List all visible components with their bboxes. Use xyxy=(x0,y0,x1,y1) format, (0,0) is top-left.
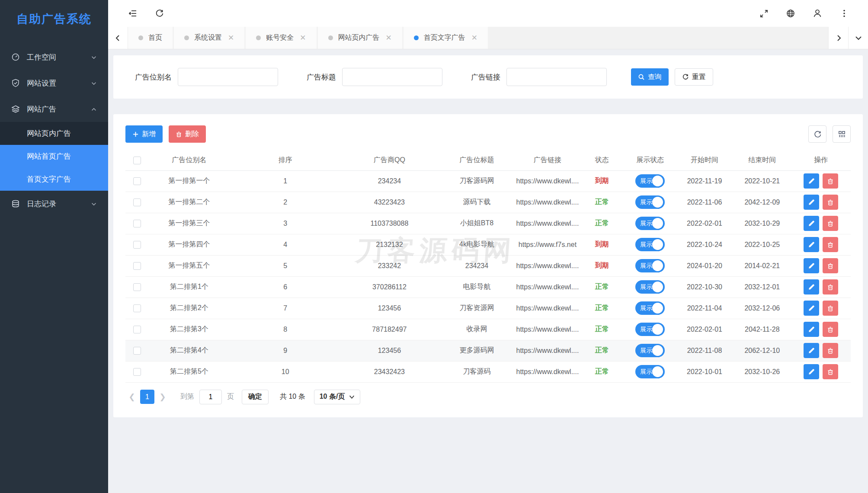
row-checkbox[interactable] xyxy=(133,241,141,249)
edit-row-button[interactable] xyxy=(804,364,819,379)
sidebar-subitem[interactable]: 网站页内广告 xyxy=(0,122,108,145)
delete-row-button[interactable] xyxy=(823,173,838,189)
tab-close-icon[interactable]: ✕ xyxy=(471,33,477,42)
reset-button[interactable]: 重置 xyxy=(675,68,713,86)
delete-row-button[interactable] xyxy=(823,322,838,337)
query-button[interactable]: 查询 xyxy=(631,68,669,86)
alias-label: 广告位别名 xyxy=(135,72,172,82)
delete-row-button[interactable] xyxy=(823,364,838,379)
edit-row-button[interactable] xyxy=(804,322,819,337)
refresh-page-icon[interactable] xyxy=(155,9,164,18)
start-date-cell: 2022-10-01 xyxy=(676,361,733,382)
edit-row-button[interactable] xyxy=(804,343,819,358)
delete-row-button[interactable] xyxy=(823,237,838,252)
next-page-icon[interactable]: ❯ xyxy=(156,392,169,402)
tab-close-icon[interactable]: ✕ xyxy=(228,33,234,42)
delete-row-button[interactable] xyxy=(823,343,838,358)
edit-row-button[interactable] xyxy=(804,301,819,316)
tab[interactable]: 首页文字广告✕ xyxy=(404,27,488,49)
delete-row-button[interactable] xyxy=(823,258,838,273)
row-checkbox[interactable] xyxy=(133,198,141,206)
user-icon[interactable] xyxy=(813,9,822,18)
refresh-table-icon[interactable] xyxy=(808,125,826,143)
tab-close-icon[interactable]: ✕ xyxy=(386,33,392,42)
row-checkbox[interactable] xyxy=(133,283,141,291)
sidebar-subitem[interactable]: 网站首页广告 xyxy=(0,145,108,168)
display-toggle[interactable]: 展示 xyxy=(635,217,665,230)
actions-cell xyxy=(791,319,851,340)
row-checkbox[interactable] xyxy=(133,368,141,376)
row-checkbox[interactable] xyxy=(133,347,141,355)
row-select-cell xyxy=(125,340,149,361)
row-select-cell xyxy=(125,276,149,298)
tab[interactable]: 首页 xyxy=(128,27,173,49)
page-number-button[interactable]: 1 xyxy=(140,390,154,404)
display-toggle[interactable]: 展示 xyxy=(635,344,665,357)
display-toggle[interactable]: 展示 xyxy=(635,280,665,294)
edit-row-button[interactable] xyxy=(804,216,819,231)
alias-cell: 第二排第2个 xyxy=(149,298,230,319)
search-panel: 广告位别名 广告标题 广告链接 查询 重置 xyxy=(113,55,863,99)
goto-page-input[interactable] xyxy=(199,390,222,404)
alias-cell: 第一排第四个 xyxy=(149,234,230,255)
add-button[interactable]: 新增 xyxy=(125,125,163,143)
tabs-scroll-right-icon[interactable] xyxy=(828,27,848,49)
alias-input[interactable] xyxy=(178,68,278,86)
more-menu-icon[interactable] xyxy=(839,9,849,18)
display-toggle[interactable]: 展示 xyxy=(635,323,665,336)
confirm-page-button[interactable]: 确定 xyxy=(242,390,269,404)
table-row: 第一排第三个31103738088小姐姐BT8https://www.dkewl… xyxy=(125,213,851,234)
row-checkbox[interactable] xyxy=(133,262,141,270)
chevron-up-icon xyxy=(91,106,97,112)
tab[interactable]: 账号安全✕ xyxy=(246,27,316,49)
title-input[interactable] xyxy=(342,68,442,86)
row-checkbox[interactable] xyxy=(133,220,141,227)
prev-page-icon[interactable]: ❮ xyxy=(125,392,138,402)
edit-row-button[interactable] xyxy=(804,237,819,252)
title-cell: 刀客资源网 xyxy=(438,298,516,319)
tabs-dropdown-icon[interactable] xyxy=(848,27,868,49)
tab[interactable]: 网站页内广告✕ xyxy=(318,27,402,49)
link-cell: https://www.dkewl.... xyxy=(516,170,580,192)
tab-dot-icon xyxy=(256,35,261,40)
link-input[interactable] xyxy=(506,68,607,86)
display-toggle[interactable]: 展示 xyxy=(635,259,665,272)
tabs-scroll-left-icon[interactable] xyxy=(108,27,128,49)
chevron-down-icon xyxy=(91,80,97,86)
display-toggle[interactable]: 展示 xyxy=(635,238,665,251)
title-cell: 4k电影导航 xyxy=(438,234,516,255)
sidebar-item[interactable]: 网站设置 xyxy=(0,70,108,96)
row-checkbox[interactable] xyxy=(133,326,141,333)
end-date-cell: 2042-12-09 xyxy=(733,192,791,213)
display-toggle[interactable]: 展示 xyxy=(635,301,665,315)
delete-row-button[interactable] xyxy=(823,195,838,210)
tab-dot-icon xyxy=(184,35,189,40)
page-size-select[interactable]: 10 条/页 xyxy=(314,390,361,404)
sidebar-item[interactable]: 网站广告 xyxy=(0,96,108,122)
fullscreen-icon[interactable] xyxy=(759,9,769,18)
delete-row-button[interactable] xyxy=(823,279,838,295)
sidebar-item[interactable]: 工作空间 xyxy=(0,44,108,70)
tab-close-icon[interactable]: ✕ xyxy=(300,33,306,42)
language-globe-icon[interactable] xyxy=(786,9,795,18)
column-settings-icon[interactable] xyxy=(833,125,851,143)
select-all-checkbox[interactable] xyxy=(133,157,141,164)
order-cell: 4 xyxy=(230,234,341,255)
collapse-sidebar-icon[interactable] xyxy=(128,9,138,18)
display-toggle[interactable]: 展示 xyxy=(635,174,665,188)
sidebar-item[interactable]: 日志记录 xyxy=(0,191,108,217)
row-checkbox[interactable] xyxy=(133,177,141,185)
sidebar-subitem[interactable]: 首页文字广告 xyxy=(0,168,108,191)
edit-row-button[interactable] xyxy=(804,173,819,189)
display-toggle[interactable]: 展示 xyxy=(635,195,665,209)
edit-row-button[interactable] xyxy=(804,195,819,210)
row-checkbox[interactable] xyxy=(133,304,141,312)
tab[interactable]: 系统设置✕ xyxy=(174,27,244,49)
display-toggle[interactable]: 展示 xyxy=(635,365,665,378)
edit-row-button[interactable] xyxy=(804,279,819,295)
edit-row-button[interactable] xyxy=(804,258,819,273)
delete-button[interactable]: 删除 xyxy=(169,125,206,143)
status-badge: 正常 xyxy=(595,325,609,333)
delete-row-button[interactable] xyxy=(823,216,838,231)
delete-row-button[interactable] xyxy=(823,301,838,316)
